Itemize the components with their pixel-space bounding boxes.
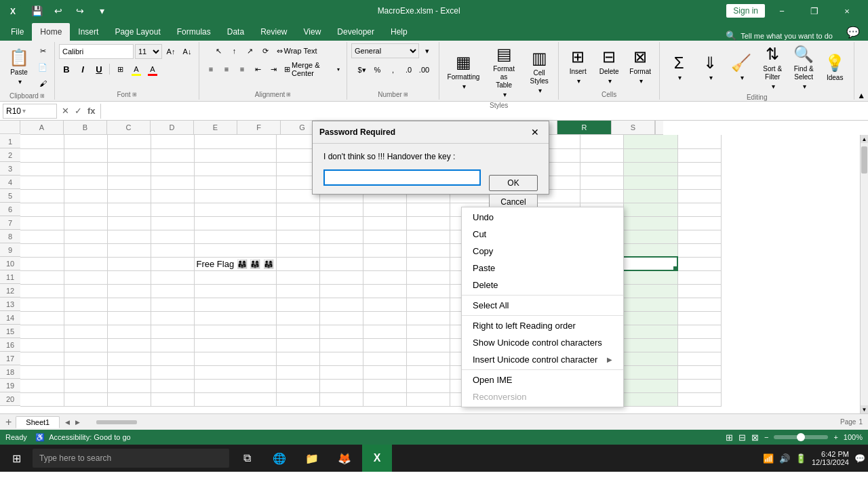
hscroll-track[interactable] xyxy=(83,420,835,425)
tab-view[interactable]: View xyxy=(296,23,330,41)
align-top-left-button[interactable]: ↖ xyxy=(212,43,226,58)
number-format-select[interactable]: GeneralNumberCurrencyDate xyxy=(351,43,419,58)
sign-in-button[interactable]: Sign in xyxy=(726,4,765,18)
cell-R1[interactable] xyxy=(623,135,677,148)
row-11[interactable]: 11 xyxy=(0,270,20,284)
ideas-button[interactable]: 💡 Ideas xyxy=(820,52,850,83)
zoom-slider-thumb[interactable] xyxy=(797,433,805,441)
cell-styles-button[interactable]: ▥ CellStyles ▾ xyxy=(524,47,554,96)
col-header-C[interactable]: C xyxy=(107,121,151,134)
percent-button[interactable]: % xyxy=(370,62,385,77)
page-break-view-button[interactable]: ⊠ xyxy=(751,432,759,443)
font-expand-icon[interactable]: ⊞ xyxy=(132,92,137,98)
scroll-up-button[interactable]: ▲ xyxy=(861,135,868,143)
zoom-out-button[interactable]: − xyxy=(764,433,768,441)
border-button[interactable]: ⊞ xyxy=(113,62,127,77)
battery-icon[interactable]: 🔋 xyxy=(795,453,806,464)
fill-color-button[interactable]: A xyxy=(129,62,144,77)
find-select-button[interactable]: 🔍 Find &Select ▾ xyxy=(789,43,818,92)
bold-button[interactable]: B xyxy=(59,62,74,77)
file-explorer-button[interactable]: 📁 xyxy=(297,445,327,472)
col-header-R[interactable]: R xyxy=(557,121,612,134)
tab-developer[interactable]: Developer xyxy=(329,23,382,41)
insert-button[interactable]: ⊞ Insert ▾ xyxy=(563,46,593,87)
row-15[interactable]: 15 xyxy=(0,325,20,338)
tab-file[interactable]: File xyxy=(3,23,32,41)
tell-me-label[interactable]: Tell me what you want to do xyxy=(741,32,833,40)
ribbon-collapse-button[interactable]: ▲ xyxy=(854,42,868,103)
autosum-button[interactable]: Σ ▾ xyxy=(664,52,694,83)
qat-dropdown[interactable]: ▾ xyxy=(92,1,111,20)
comments-button[interactable]: 💬 xyxy=(838,23,868,41)
scroll-down-button[interactable]: ▼ xyxy=(861,405,868,413)
font-size-select[interactable]: 118101214 xyxy=(135,44,162,59)
col-header-A[interactable]: A xyxy=(20,121,64,134)
ctx-undo[interactable]: Undo xyxy=(462,209,623,226)
font-color-button[interactable]: A xyxy=(145,62,160,77)
row-2[interactable]: 2 xyxy=(0,148,20,162)
indent-decrease-button[interactable]: ⇤ xyxy=(250,62,265,77)
align-right-button[interactable]: ≡ xyxy=(235,62,250,77)
row-17[interactable]: 17 xyxy=(0,352,20,365)
row-4[interactable]: 4 xyxy=(0,176,20,189)
comma-button[interactable]: , xyxy=(386,62,401,77)
tab-review[interactable]: Review xyxy=(252,23,295,41)
format-painter-button[interactable]: 🖌 xyxy=(35,76,50,91)
network-icon[interactable]: 📶 xyxy=(763,453,774,464)
paste-button[interactable]: 📋 Paste ▾ xyxy=(4,47,34,87)
ctx-cut[interactable]: Cut xyxy=(462,226,623,243)
row-13[interactable]: 13 xyxy=(0,298,20,311)
row-6[interactable]: 6 xyxy=(0,203,20,216)
tab-page-layout[interactable]: Page Layout xyxy=(106,23,168,41)
underline-button[interactable]: U xyxy=(92,62,106,77)
start-button[interactable]: ⊞ xyxy=(3,445,30,472)
copy-button[interactable]: 📄 xyxy=(35,60,50,75)
row-10[interactable]: 10 xyxy=(0,257,20,270)
clear-button[interactable]: 🧹 ▾ xyxy=(726,52,756,83)
row-18[interactable]: 18 xyxy=(0,365,20,379)
password-input[interactable] xyxy=(323,169,481,186)
row-9[interactable]: 9 xyxy=(0,243,20,257)
tab-insert[interactable]: Insert xyxy=(70,23,106,41)
decrease-font-button[interactable]: A↓ xyxy=(180,44,195,59)
cell-D1[interactable] xyxy=(151,135,194,148)
undo-button[interactable]: ↩ xyxy=(49,1,68,20)
col-header-E[interactable]: E xyxy=(194,121,237,134)
merge-center-button[interactable]: ⊞ Merge & Center ▾ xyxy=(281,60,342,79)
hscroll-thumb[interactable] xyxy=(96,420,137,424)
increase-font-button[interactable]: A↑ xyxy=(163,44,178,59)
search-input[interactable] xyxy=(33,449,229,468)
redo-button[interactable]: ↪ xyxy=(71,1,90,20)
page-layout-view-button[interactable]: ⊟ xyxy=(738,432,746,443)
font-name-input[interactable] xyxy=(59,44,134,59)
row-16[interactable]: 16 xyxy=(0,338,20,352)
selected-cell-R10[interactable] xyxy=(623,257,677,270)
scroll-left-button[interactable]: ◀ xyxy=(62,419,73,426)
task-view-button[interactable]: ⧉ xyxy=(232,445,262,472)
number-expand-icon[interactable]: ⊞ xyxy=(403,92,408,98)
italic-button[interactable]: I xyxy=(75,62,90,77)
align-center-button[interactable]: ≡ xyxy=(219,62,234,77)
tab-home[interactable]: Home xyxy=(32,23,70,41)
row-8[interactable]: 8 xyxy=(0,230,20,243)
col-header-D[interactable]: D xyxy=(151,121,194,134)
cell-Q1[interactable] xyxy=(580,135,623,148)
align-top-right-button[interactable]: ↗ xyxy=(243,43,258,58)
ctx-select-all[interactable]: Select All xyxy=(462,297,623,314)
ctx-unicode-chars[interactable]: Show Unicode control characters xyxy=(462,334,623,351)
fill-handle[interactable] xyxy=(673,266,677,270)
wrap-text-button[interactable]: ⇔ Wrap Text xyxy=(274,45,335,57)
ctx-paste[interactable]: Paste xyxy=(462,260,623,277)
cancel-formula-button[interactable]: ✕ xyxy=(60,106,71,116)
dialog-ok-button[interactable]: OK xyxy=(489,175,538,191)
cell-B1[interactable] xyxy=(64,135,107,148)
scroll-track[interactable] xyxy=(861,143,868,405)
scroll-thumb[interactable] xyxy=(861,146,867,174)
row-1[interactable]: 1 xyxy=(0,135,20,148)
tab-data[interactable]: Data xyxy=(219,23,252,41)
row-12[interactable]: 12 xyxy=(0,284,20,298)
decrease-decimal-button[interactable]: .0 xyxy=(401,62,416,77)
clock[interactable]: 6:42 PM 12/13/2024 xyxy=(812,450,849,466)
align-left-button[interactable]: ≡ xyxy=(203,62,218,77)
cell-A1[interactable] xyxy=(20,135,64,148)
